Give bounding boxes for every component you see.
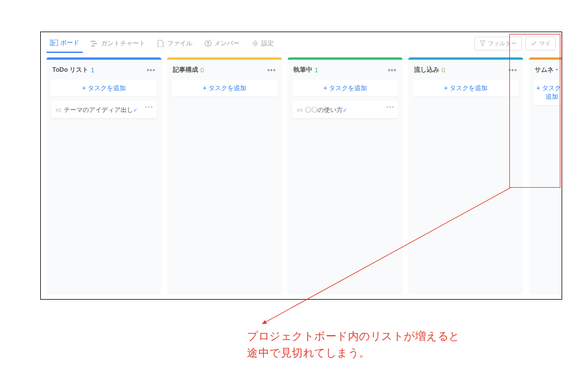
kanban-column: 記事構成0•••+ タスクを追加 (167, 57, 282, 294)
tab-settings[interactable]: 設定 (247, 36, 277, 52)
toolbar: ボード ガントチャート ファイル メンバー (41, 32, 562, 53)
annotation-line-1: プロジェクトボード内のリストが増えると (247, 328, 460, 345)
column-header[interactable]: 記事構成0••• (167, 60, 282, 76)
add-task-button[interactable]: + タスクを追加 (292, 80, 398, 96)
check-icon: ✓ (343, 107, 347, 113)
svg-rect-6 (91, 45, 95, 46)
card-id: #2 (56, 107, 61, 113)
filter-button[interactable]: フィルター (474, 37, 522, 51)
column-more-icon[interactable]: ••• (388, 66, 397, 74)
annotation-line-2: 途中で見切れてしまう。 (247, 345, 460, 362)
kanban-column: ToDo リスト1•••+ タスクを追加#2テーマのアイディア出し•••✓ (47, 57, 161, 294)
kanban-board: ToDo リスト1•••+ タスクを追加#2テーマのアイディア出し•••✓記事構… (41, 53, 562, 299)
file-icon (157, 40, 165, 46)
column-more-icon[interactable]: ••• (267, 66, 276, 74)
column-title: 記事構成 (173, 65, 198, 74)
tab-gantt[interactable]: ガントチャート (87, 36, 149, 52)
add-task-button[interactable]: + タスクを追加 (51, 80, 157, 96)
tab-board[interactable]: ボード (47, 35, 83, 53)
svg-point-9 (254, 42, 256, 44)
column-count: 0 (200, 67, 204, 73)
column-count: 1 (91, 67, 94, 73)
tab-members-label: メンバー (214, 39, 239, 48)
mytask-label: マイ (539, 40, 551, 48)
column-title: 執筆中 (293, 65, 312, 74)
column-more-icon[interactable]: ••• (146, 66, 156, 74)
gear-icon (251, 40, 259, 46)
card-title: テーマのアイディア出し (64, 106, 133, 113)
filter-icon (479, 40, 486, 48)
task-card[interactable]: #4〇〇の使い方•••✓ (292, 101, 398, 118)
column-header[interactable]: ToDo リスト1••• (47, 60, 161, 76)
svg-rect-3 (51, 44, 54, 45)
column-title: サムネ・ (535, 65, 560, 74)
column-title: 流し込み (414, 65, 439, 74)
kanban-column: 執筆中1•••+ タスクを追加#4〇〇の使い方•••✓ (288, 57, 403, 294)
svg-rect-1 (51, 41, 53, 41)
members-icon (204, 40, 212, 46)
gantt-icon (91, 40, 99, 46)
tab-file[interactable]: ファイル (153, 36, 196, 52)
task-card[interactable]: #2テーマのアイディア出し•••✓ (51, 101, 157, 118)
tab-gantt-label: ガントチャート (101, 39, 145, 48)
check-icon (531, 40, 537, 48)
svg-rect-4 (91, 41, 95, 42)
card-id: #4 (297, 107, 303, 113)
tab-file-label: ファイル (167, 39, 192, 48)
add-task-button[interactable]: + タスクを追加 (413, 80, 519, 96)
column-header[interactable]: サムネ・ (529, 60, 562, 76)
annotation-text: プロジェクトボード内のリストが増えると 途中で見切れてしまう。 (247, 328, 460, 361)
tab-members[interactable]: メンバー (200, 36, 243, 52)
mytask-button[interactable]: マイ (525, 37, 556, 51)
filter-label: フィルター (488, 40, 517, 48)
add-task-button[interactable]: + タスクを追加 (533, 80, 562, 105)
check-icon: ✓ (133, 107, 138, 113)
card-title: 〇〇の使い方 (305, 106, 343, 113)
kanban-column: 流し込み0•••+ タスクを追加 (408, 57, 523, 294)
kanban-column: サムネ・+ タスクを追加 (529, 57, 562, 294)
card-more-icon[interactable]: ••• (145, 103, 153, 110)
svg-rect-5 (92, 43, 97, 44)
card-more-icon[interactable]: ••• (386, 103, 394, 110)
add-task-button[interactable]: + タスクを追加 (172, 80, 277, 96)
svg-point-8 (207, 41, 209, 44)
app-frame: ボード ガントチャート ファイル メンバー (40, 32, 562, 300)
tab-board-label: ボード (60, 38, 79, 47)
column-count: 0 (442, 67, 445, 73)
column-title: ToDo リスト (52, 65, 88, 74)
column-count: 1 (315, 67, 318, 73)
tab-settings-label: 設定 (261, 39, 274, 48)
column-header[interactable]: 流し込み0••• (408, 60, 523, 76)
svg-rect-2 (51, 42, 55, 43)
column-header[interactable]: 執筆中1••• (288, 60, 403, 76)
column-more-icon[interactable]: ••• (508, 66, 517, 74)
board-icon (50, 39, 58, 46)
